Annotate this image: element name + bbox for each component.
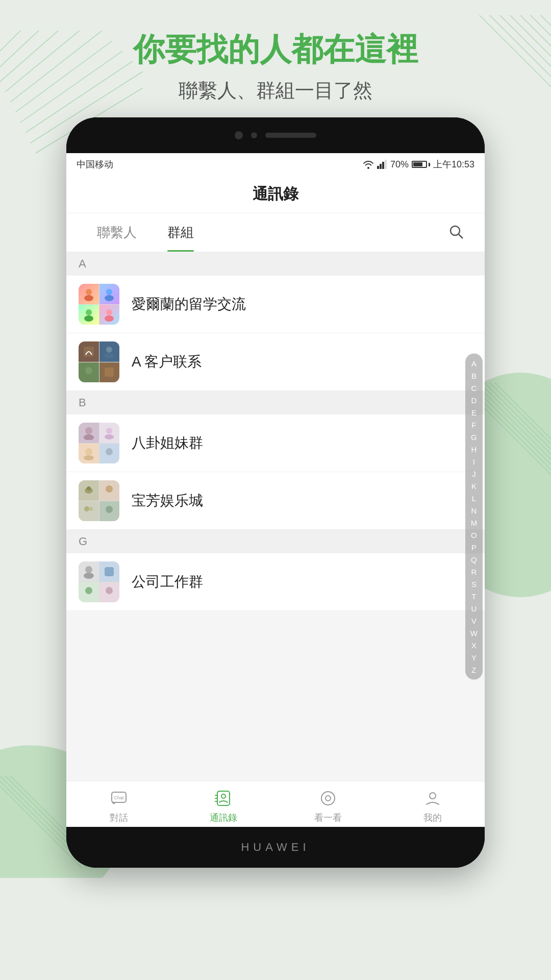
- alpha-d[interactable]: D: [469, 395, 479, 406]
- section-g: G: [66, 530, 485, 553]
- alpha-k[interactable]: K: [469, 480, 479, 492]
- svg-point-79: [430, 793, 436, 799]
- nav-chat[interactable]: Chat 對話: [66, 787, 171, 824]
- svg-line-24: [485, 383, 551, 449]
- svg-point-52: [85, 427, 92, 434]
- svg-point-57: [84, 455, 94, 460]
- alpha-f[interactable]: F: [469, 419, 478, 431]
- svg-line-22: [474, 383, 551, 459]
- alpha-u[interactable]: U: [469, 603, 479, 615]
- tabs-bar: 聯繫人 群組: [66, 213, 485, 252]
- svg-point-77: [321, 792, 335, 805]
- list-item[interactable]: 宝芳娱乐城: [66, 472, 485, 530]
- alpha-p[interactable]: P: [469, 542, 479, 553]
- svg-line-25: [490, 383, 551, 444]
- svg-point-64: [106, 506, 113, 513]
- svg-point-56: [85, 448, 92, 455]
- contacts-list: A: [66, 252, 485, 781]
- svg-point-62: [84, 506, 89, 511]
- contact-name: 公司工作群: [132, 572, 203, 592]
- phone-screen: 中国移动 70%: [66, 153, 485, 827]
- alpha-a[interactable]: A: [469, 358, 479, 370]
- svg-point-46: [105, 315, 114, 322]
- svg-point-48: [106, 347, 112, 353]
- tab-contacts[interactable]: 聯繫人: [82, 213, 152, 252]
- top-text-area: 你要找的人都在這裡 聯繫人、群組一目了然: [0, 31, 551, 104]
- alpha-c[interactable]: C: [469, 382, 479, 394]
- svg-line-38: [459, 234, 463, 238]
- nav-chat-label: 對話: [110, 812, 128, 824]
- alpha-w[interactable]: W: [468, 627, 480, 639]
- list-item[interactable]: 公司工作群: [66, 553, 485, 611]
- search-button[interactable]: [443, 218, 469, 247]
- battery-percent: 70%: [390, 159, 409, 170]
- phone-frame: 中国移动 70%: [66, 117, 485, 868]
- svg-point-50: [85, 367, 92, 374]
- svg-point-60: [87, 486, 91, 491]
- alpha-j[interactable]: J: [470, 468, 478, 480]
- avatar-baofang: [79, 480, 119, 521]
- svg-point-37: [450, 226, 460, 235]
- section-b: B: [66, 391, 485, 414]
- carrier: 中国移动: [77, 158, 113, 170]
- alpha-x[interactable]: X: [469, 640, 479, 651]
- svg-line-23: [480, 383, 551, 454]
- svg-line-16: [531, 15, 551, 26]
- nav-contacts-label: 通訊錄: [210, 812, 237, 824]
- alpha-m[interactable]: M: [469, 517, 480, 529]
- nav-contacts[interactable]: 通訊錄: [171, 787, 276, 824]
- wifi-icon: [363, 160, 374, 169]
- alpha-h[interactable]: H: [469, 444, 479, 455]
- nav-me[interactable]: 我的: [380, 787, 485, 824]
- app-header: 通訊錄: [66, 176, 485, 213]
- svg-point-55: [105, 434, 114, 439]
- alpha-n[interactable]: N: [469, 505, 479, 517]
- alpha-v[interactable]: V: [469, 615, 479, 627]
- alpha-y[interactable]: Y: [469, 652, 479, 664]
- alpha-i[interactable]: I: [471, 456, 477, 468]
- svg-point-78: [325, 796, 331, 801]
- list-item[interactable]: A 客户联系: [66, 333, 485, 391]
- contact-name: 宝芳娱乐城: [132, 491, 203, 510]
- svg-point-39: [86, 289, 92, 295]
- contact-name: 八卦姐妹群: [132, 433, 203, 453]
- svg-point-68: [85, 587, 92, 594]
- status-right: 70% 上午10:53: [363, 158, 474, 170]
- alpha-z[interactable]: Z: [469, 664, 478, 676]
- alpha-q[interactable]: Q: [469, 554, 479, 566]
- svg-point-44: [84, 315, 93, 322]
- nav-discover-label: 看一看: [314, 812, 342, 824]
- alpha-o[interactable]: O: [469, 529, 479, 541]
- alpha-l[interactable]: L: [470, 493, 478, 504]
- svg-point-41: [106, 289, 112, 295]
- svg-point-61: [106, 485, 113, 493]
- signal-icon: [377, 160, 387, 169]
- avatar-work: [79, 561, 119, 602]
- svg-rect-33: [377, 166, 379, 169]
- alpha-s[interactable]: S: [469, 578, 479, 590]
- list-item[interactable]: 八卦姐妹群: [66, 414, 485, 472]
- subheadline: 聯繫人、群組一目了然: [0, 78, 551, 104]
- discover-icon: [317, 787, 339, 810]
- alpha-g[interactable]: G: [469, 431, 479, 443]
- alpha-t[interactable]: T: [469, 591, 478, 602]
- phone-bottom-bar: HUAWEI: [66, 827, 485, 868]
- svg-point-54: [106, 428, 112, 434]
- svg-point-73: [221, 794, 226, 798]
- alpha-r[interactable]: R: [469, 566, 479, 578]
- alpha-e[interactable]: E: [469, 407, 479, 419]
- svg-rect-67: [105, 567, 114, 576]
- status-bar: 中国移动 70%: [66, 153, 485, 176]
- svg-text:Chat: Chat: [114, 795, 124, 800]
- contact-name: 愛爾蘭的留学交流: [132, 295, 246, 314]
- bottom-nav: Chat 對話 通訊錄: [66, 781, 485, 827]
- phone-top-bar: [66, 117, 485, 153]
- nav-discover[interactable]: 看一看: [276, 787, 380, 824]
- list-item[interactable]: 愛爾蘭的留学交流: [66, 276, 485, 333]
- alphabet-index[interactable]: A B C D E F G H I J K L N M O P Q R S T: [465, 354, 483, 680]
- svg-rect-34: [380, 164, 382, 169]
- me-icon: [421, 787, 444, 810]
- tab-groups[interactable]: 群組: [152, 213, 209, 252]
- alpha-b[interactable]: B: [469, 370, 479, 382]
- svg-point-53: [84, 434, 94, 440]
